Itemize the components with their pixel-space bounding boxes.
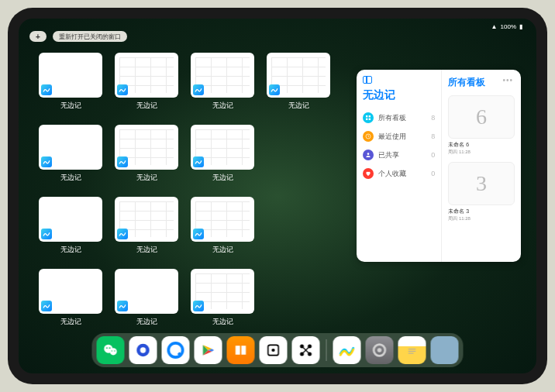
dock-quark-hd-icon[interactable] bbox=[129, 336, 157, 364]
dock-quark-icon[interactable] bbox=[162, 336, 190, 364]
freeform-app-icon bbox=[117, 301, 128, 311]
svg-point-8 bbox=[106, 347, 108, 349]
window-label: 无边记 bbox=[212, 245, 233, 255]
freeform-app-icon bbox=[41, 229, 52, 239]
dock-freeform-icon[interactable] bbox=[333, 336, 361, 364]
dock-dice-icon[interactable] bbox=[260, 336, 288, 364]
top-controls: + 重新打开已关闭的窗口 bbox=[29, 31, 127, 42]
freeform-app-icon bbox=[193, 84, 204, 95]
reopen-closed-button[interactable]: 重新打开已关闭的窗口 bbox=[53, 31, 127, 42]
app-window[interactable]: 无边记 bbox=[113, 269, 180, 327]
svg-point-16 bbox=[271, 349, 274, 352]
window-label: 无边记 bbox=[136, 317, 157, 327]
window-label: 无边记 bbox=[60, 101, 81, 111]
window-label: 无边记 bbox=[60, 245, 81, 255]
window-thumbnail bbox=[115, 125, 178, 170]
app-window[interactable]: 无边记 bbox=[113, 197, 180, 255]
window-thumbnail bbox=[39, 53, 102, 98]
sidebar-toggle-icon[interactable] bbox=[363, 76, 372, 84]
window-label: 无边记 bbox=[136, 173, 157, 183]
window-label: 无边记 bbox=[288, 101, 309, 111]
dock-settings-icon[interactable] bbox=[366, 336, 394, 364]
window-label: 无边记 bbox=[212, 101, 233, 111]
dock-recent-apps-icon[interactable] bbox=[431, 336, 459, 364]
window-thumbnail bbox=[191, 197, 254, 242]
window-label: 无边记 bbox=[136, 101, 157, 111]
svg-point-13 bbox=[140, 347, 146, 352]
freeform-app-icon bbox=[117, 156, 128, 167]
app-window[interactable]: 无边记 bbox=[37, 269, 104, 327]
board-name: 未命名 6 bbox=[448, 141, 515, 149]
sidebar-item-label: 所有看板 bbox=[378, 113, 406, 123]
board-name: 未命名 3 bbox=[448, 208, 515, 215]
sidebar-item-label: 最近使用 bbox=[378, 132, 406, 142]
sidebar-item-person[interactable]: 已共享0 bbox=[363, 146, 435, 164]
window-thumbnail bbox=[39, 269, 102, 314]
app-window[interactable]: 无边记 bbox=[113, 53, 180, 111]
new-window-button[interactable]: + bbox=[29, 31, 47, 42]
svg-rect-0 bbox=[366, 115, 367, 117]
dock-books-icon[interactable] bbox=[227, 336, 255, 364]
window-thumbnail bbox=[39, 125, 102, 170]
sidebar-item-label: 个人收藏 bbox=[378, 169, 406, 179]
app-window[interactable]: 无边记 bbox=[37, 53, 104, 111]
freeform-app-icon bbox=[193, 301, 204, 311]
board-date: 周四 11:28 bbox=[448, 149, 515, 156]
app-window[interactable]: 无边记 bbox=[265, 53, 332, 111]
dock-notes-icon[interactable] bbox=[398, 336, 426, 364]
grid-icon bbox=[363, 112, 374, 123]
freeform-app-icon bbox=[117, 84, 128, 95]
freeform-app-icon bbox=[41, 156, 52, 167]
app-window[interactable]: 无边记 bbox=[189, 197, 256, 255]
app-window[interactable]: 无边记 bbox=[37, 197, 104, 255]
board-item[interactable]: 6未命名 6周四 11:28 bbox=[448, 95, 515, 156]
window-thumbnail bbox=[115, 53, 178, 98]
board-date: 周四 11:28 bbox=[448, 215, 515, 222]
battery-label: 100% bbox=[501, 23, 516, 30]
sidebar-item-grid[interactable]: 所有看板8 bbox=[363, 108, 435, 127]
dock-wechat-icon[interactable] bbox=[97, 336, 125, 364]
person-icon bbox=[363, 150, 374, 160]
window-thumbnail bbox=[267, 53, 330, 98]
ipad-frame: ▲ 100% ▮ + 重新打开已关闭的窗口 无边记无边记无边记无边记无边记无边记… bbox=[8, 8, 547, 384]
window-label: 无边记 bbox=[212, 317, 233, 327]
svg-point-5 bbox=[367, 153, 370, 155]
freeform-app-icon bbox=[269, 84, 280, 95]
app-switcher-grid: 无边记无边记无边记无边记无边记无边记无边记无边记无边记无边记无边记无边记无边记 bbox=[37, 53, 332, 327]
app-window[interactable]: 无边记 bbox=[189, 53, 256, 111]
sidebar-item-count: 0 bbox=[431, 170, 435, 177]
svg-point-9 bbox=[109, 347, 111, 349]
sidebar-item-heart[interactable]: 个人收藏0 bbox=[363, 164, 435, 183]
svg-point-7 bbox=[110, 348, 117, 355]
sidebar-item-label: 已共享 bbox=[378, 150, 399, 160]
status-bar: ▲ 100% ▮ bbox=[491, 23, 522, 30]
dock-graph-icon[interactable] bbox=[292, 336, 320, 364]
svg-rect-3 bbox=[369, 119, 371, 120]
freeform-panel: ••• 无边记 所有看板8最近使用8已共享0个人收藏0 所有看板 6未命名 6周… bbox=[357, 70, 521, 262]
board-item[interactable]: 3未命名 3周四 11:28 bbox=[448, 162, 515, 222]
window-label: 无边记 bbox=[60, 317, 81, 327]
clock-icon bbox=[363, 131, 374, 142]
panel-title: 无边记 bbox=[363, 88, 435, 102]
panel-content: 所有看板 6未命名 6周四 11:283未命名 3周四 11:28 bbox=[442, 70, 521, 262]
dock-play-store-icon[interactable] bbox=[195, 336, 222, 364]
more-icon[interactable]: ••• bbox=[502, 76, 513, 84]
svg-rect-1 bbox=[369, 115, 371, 117]
window-thumbnail bbox=[39, 197, 102, 242]
svg-point-22 bbox=[377, 348, 382, 352]
window-thumbnail bbox=[191, 53, 254, 98]
app-window[interactable]: 无边记 bbox=[189, 125, 256, 183]
freeform-app-icon bbox=[41, 301, 52, 311]
svg-rect-2 bbox=[366, 119, 367, 120]
window-label: 无边记 bbox=[212, 173, 233, 183]
dock bbox=[92, 333, 464, 367]
freeform-app-icon bbox=[193, 229, 204, 239]
sidebar-item-clock[interactable]: 最近使用8 bbox=[363, 127, 435, 146]
app-window[interactable]: 无边记 bbox=[113, 125, 180, 183]
sidebar-item-count: 8 bbox=[431, 114, 435, 122]
app-window[interactable]: 无边记 bbox=[189, 269, 256, 327]
board-thumbnail: 6 bbox=[448, 95, 515, 139]
app-window[interactable]: 无边记 bbox=[37, 125, 104, 183]
window-label: 无边记 bbox=[136, 245, 157, 255]
wifi-icon: ▲ bbox=[491, 23, 498, 30]
